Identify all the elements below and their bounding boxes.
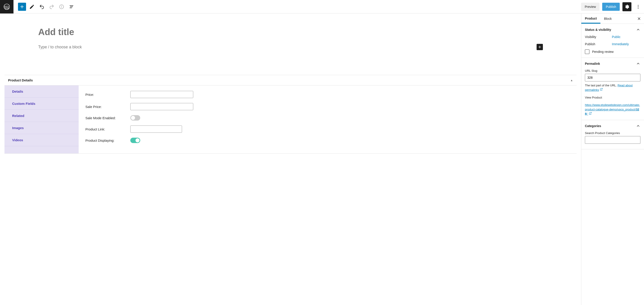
price-label: Price:: [86, 93, 130, 97]
chevron-up-icon: [636, 28, 640, 32]
block-prompt[interactable]: Type / to choose a block: [38, 44, 543, 50]
settings-sidebar: Product Block Status & visibility Visibi…: [581, 14, 644, 305]
publish-label: Publish: [585, 42, 612, 46]
permalink-header[interactable]: Permalink: [585, 61, 640, 66]
settings-button[interactable]: [622, 2, 632, 11]
undo-button[interactable]: [38, 3, 46, 11]
url-slug-help: The last part of the URL. Read about per…: [585, 83, 640, 92]
categories-title: Categories: [585, 124, 601, 128]
product-details-panel: Price: Sale Price: Sale Mode Enabled:: [79, 86, 576, 153]
svg-point-8: [638, 6, 638, 7]
product-tab-videos[interactable]: Videos: [4, 134, 79, 146]
plus-icon: [19, 4, 25, 10]
svg-point-7: [638, 5, 638, 6]
product-tab-details[interactable]: Details: [4, 86, 79, 98]
close-sidebar-button[interactable]: [635, 15, 643, 23]
pending-review-checkbox[interactable]: [585, 50, 590, 54]
preview-button[interactable]: Preview: [581, 3, 600, 11]
sale-mode-toggle[interactable]: [130, 115, 140, 121]
product-displaying-toggle[interactable]: [130, 138, 140, 143]
product-link-label: Product Link:: [86, 127, 130, 131]
sidebar-tab-block[interactable]: Block: [600, 14, 615, 24]
wordpress-logo-button[interactable]: [0, 0, 14, 14]
list-icon: [69, 4, 74, 10]
view-product-url[interactable]: https://www.etoilewebdesign.com/ultimate…: [585, 103, 640, 116]
publish-button[interactable]: Publish: [602, 3, 620, 11]
permalink-panel: Permalink URL Slug The last part of the …: [581, 58, 644, 120]
svg-point-3: [62, 6, 62, 6]
editor-canvas: Type / to choose a block Product Details…: [0, 14, 581, 305]
edit-mode-button[interactable]: [28, 3, 36, 11]
product-link-input[interactable]: [130, 126, 182, 133]
chevron-up-icon: [636, 61, 640, 66]
visibility-label: Visibility: [585, 35, 612, 39]
categories-panel: Categories Search Product Categories: [581, 120, 644, 149]
status-visibility-header[interactable]: Status & visibility: [585, 28, 640, 32]
visibility-value[interactable]: Public: [612, 35, 620, 39]
pencil-icon: [29, 4, 34, 10]
topbar: Preview Publish: [0, 0, 644, 14]
product-tab-images[interactable]: Images: [4, 122, 79, 134]
sale-price-label: Sale Price:: [86, 105, 130, 109]
product-details-title: Product Details: [8, 78, 33, 82]
categories-header[interactable]: Categories: [585, 124, 640, 128]
svg-point-9: [638, 8, 638, 8]
product-displaying-label: Product Displaying:: [86, 139, 130, 142]
external-link-icon: [589, 112, 592, 116]
outline-button[interactable]: [68, 3, 76, 11]
block-prompt-text: Type / to choose a block: [38, 45, 82, 50]
title-input[interactable]: [38, 27, 543, 37]
kebab-icon: [636, 4, 641, 9]
pending-review-label: Pending review: [592, 50, 614, 54]
product-tab-custom-fields[interactable]: Custom Fields: [4, 98, 79, 110]
view-product-label: View Product: [585, 95, 640, 100]
permalink-title: Permalink: [585, 62, 600, 66]
status-visibility-title: Status & visibility: [585, 28, 611, 32]
search-categories-label: Search Product Categories: [585, 131, 640, 135]
url-slug-label: URL Slug: [585, 69, 640, 72]
info-icon: [59, 4, 64, 10]
sale-price-input[interactable]: [130, 103, 193, 110]
gear-icon: [624, 4, 630, 9]
url-slug-input[interactable]: [585, 74, 640, 81]
undo-icon: [39, 4, 44, 10]
redo-button[interactable]: [48, 3, 56, 11]
price-input[interactable]: [130, 91, 193, 98]
close-icon: [637, 17, 641, 21]
search-categories-input[interactable]: [585, 136, 640, 144]
product-details-tabs: Details Custom Fields Related Images Vid…: [4, 86, 79, 153]
product-details-header[interactable]: Product Details ▲: [4, 75, 576, 86]
external-link-icon: [600, 88, 603, 92]
product-details-metabox: Product Details ▲ Details Custom Fields …: [4, 75, 576, 154]
info-button[interactable]: [58, 3, 66, 11]
sale-mode-label: Sale Mode Enabled:: [86, 116, 130, 120]
wordpress-icon: [3, 3, 10, 10]
plus-icon: [538, 45, 542, 49]
inline-add-block-button[interactable]: [536, 44, 543, 50]
product-tab-related[interactable]: Related: [4, 110, 79, 122]
publish-value[interactable]: Immediately: [612, 42, 629, 46]
redo-icon: [49, 4, 54, 10]
more-options-button[interactable]: [634, 3, 642, 11]
chevron-up-icon: [636, 124, 640, 128]
collapse-triangle-icon: ▲: [570, 79, 573, 82]
add-block-button[interactable]: [18, 3, 26, 11]
sidebar-tab-product[interactable]: Product: [581, 14, 600, 24]
status-visibility-panel: Status & visibility Visibility Public Pu…: [581, 24, 644, 58]
